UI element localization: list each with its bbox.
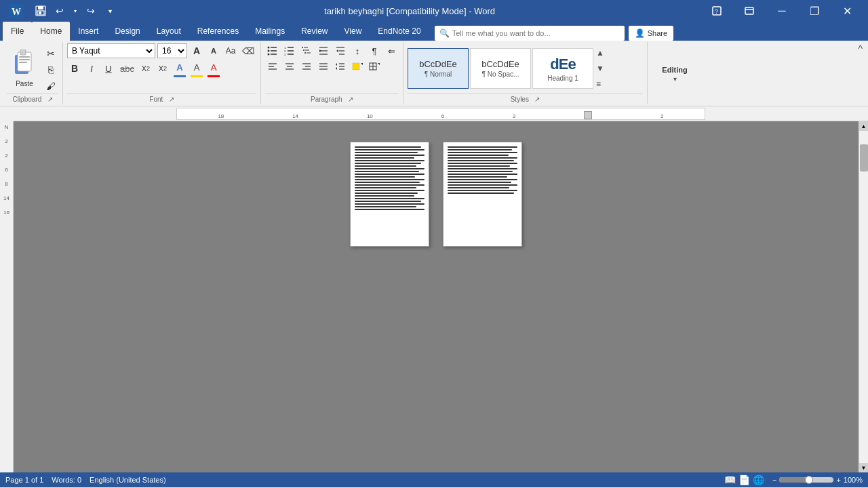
zoom-in-button[interactable]: + [836, 476, 840, 484]
grow-font-button[interactable]: A [189, 43, 204, 58]
style-no-spacing[interactable]: bCcDdEe ¶ No Spac... [470, 48, 531, 89]
styles-scroll-down[interactable]: ▼ [596, 64, 604, 73]
tab-design[interactable]: Design [106, 22, 148, 41]
tab-view[interactable]: View [336, 22, 370, 41]
ribbon-display-button[interactable] [734, 0, 765, 22]
svg-marker-41 [336, 49, 338, 52]
style-normal[interactable]: bCcDdEe ¶ Normal [408, 48, 469, 89]
align-left-button[interactable] [265, 60, 280, 75]
svg-text:3.: 3. [284, 53, 286, 56]
svg-point-20 [268, 54, 270, 56]
help-icon[interactable]: ? [701, 0, 732, 22]
view-mode-print[interactable]: 📄 [738, 474, 750, 485]
font-size-select[interactable]: 16 [157, 43, 187, 58]
align-center-button[interactable] [282, 60, 297, 75]
window-controls: ? ─ ❐ ✕ [701, 0, 863, 22]
ribbon-collapse-button[interactable]: ^ [858, 43, 863, 54]
borders-button[interactable] [367, 60, 382, 75]
strikethrough-button[interactable]: abc [118, 61, 136, 76]
undo-button[interactable]: ↩ [52, 3, 68, 19]
numbering-button[interactable]: 1.2.3. [282, 43, 297, 58]
vertical-scrollbar[interactable]: ▲ ▼ [859, 121, 868, 472]
zoom-handle[interactable] [805, 476, 813, 484]
styles-scroll-up[interactable]: ▲ [596, 48, 604, 58]
editing-label: Editing [654, 64, 695, 75]
view-mode-read[interactable]: 📖 [724, 474, 736, 485]
word-app-icon: W [5, 0, 27, 22]
subscript-button[interactable]: X2 [138, 61, 153, 76]
status-left: Page 1 of 1 Words: 0 English (United Sta… [5, 476, 166, 484]
styles-more-button[interactable]: ≡ [596, 79, 604, 89]
tab-home[interactable]: Home [32, 22, 70, 41]
line-spacing-button[interactable] [333, 60, 348, 75]
search-input[interactable] [452, 29, 620, 37]
close-button[interactable]: ✕ [831, 0, 863, 22]
justify-button[interactable] [316, 60, 331, 75]
clipboard-expand-icon[interactable]: ↗ [47, 96, 53, 103]
show-marks-button[interactable]: ¶ [367, 43, 382, 58]
font-controls: B Yaqut 16 A A Aa ⌫ B I U abc X2 X2 [67, 43, 256, 77]
redo-button[interactable]: ↪ [83, 3, 99, 19]
clear-formatting-button[interactable]: ⌫ [240, 43, 256, 58]
shrink-font-button[interactable]: A [206, 43, 221, 58]
bold-button[interactable]: B [67, 61, 82, 76]
font-name-select[interactable]: B Yaqut [67, 43, 155, 58]
style-heading1[interactable]: dEe Heading 1 [532, 48, 593, 89]
view-mode-web[interactable]: 🌐 [753, 474, 764, 485]
multilevel-button[interactable] [299, 43, 314, 58]
align-right-button[interactable] [299, 60, 314, 75]
format-painter-button[interactable]: 🖌 [43, 79, 58, 94]
undo-dropdown[interactable]: ▾ [71, 3, 80, 19]
cut-button[interactable]: ✂ [43, 46, 58, 61]
change-case-button[interactable]: Aa [223, 43, 238, 58]
paragraph-group: 1.2.3. ↕ ¶ ⇐ [261, 42, 403, 104]
paragraph-expand-icon[interactable]: ↗ [348, 96, 353, 103]
tab-review[interactable]: Review [293, 22, 336, 41]
zoom-slider[interactable] [779, 477, 833, 483]
editing-button[interactable]: Editing ▾ [652, 62, 698, 85]
sort-button[interactable]: ↕ [350, 43, 365, 58]
tab-references[interactable]: References [189, 22, 247, 41]
italic-button[interactable]: I [84, 61, 99, 76]
minimize-button[interactable]: ─ [766, 0, 797, 22]
restore-button[interactable]: ❐ [799, 0, 830, 22]
increase-indent-button[interactable] [333, 43, 348, 58]
copy-button[interactable]: ⎘ [43, 62, 58, 77]
font-color-button[interactable]: A [172, 60, 187, 75]
styles-expand-icon[interactable]: ↗ [534, 96, 540, 103]
rtl-button[interactable]: ⇐ [384, 43, 399, 58]
svg-rect-8 [745, 7, 753, 14]
horizontal-ruler: 18 14 10 6 2 2 [14, 108, 868, 120]
document-scroll-area[interactable] [14, 121, 859, 472]
save-button[interactable] [33, 3, 49, 19]
share-button[interactable]: 👤 Share [629, 26, 673, 41]
tab-file[interactable]: File [3, 22, 32, 41]
svg-rect-12 [20, 49, 26, 55]
tab-mailings[interactable]: Mailings [247, 22, 293, 41]
scroll-up-button[interactable]: ▲ [859, 121, 869, 131]
shading-button[interactable] [350, 60, 365, 75]
styles-label: Styles ↗ [408, 94, 643, 103]
paste-button[interactable]: Paste [7, 43, 42, 94]
ruler-tab-stop[interactable] [584, 111, 592, 119]
tab-layout[interactable]: Layout [149, 22, 189, 41]
superscript-button[interactable]: X2 [155, 61, 170, 76]
underline-button[interactable]: U [101, 61, 116, 76]
zoom-out-button[interactable]: − [772, 476, 776, 484]
page-info: Page 1 of 1 [5, 476, 43, 484]
bullets-button[interactable] [265, 43, 280, 58]
paragraph-label: Paragraph ↗ [265, 94, 399, 103]
svg-rect-14 [19, 59, 30, 60]
font-expand-icon[interactable]: ↗ [169, 96, 174, 103]
svg-point-18 [268, 50, 270, 52]
tab-insert[interactable]: Insert [70, 22, 106, 41]
scroll-down-button[interactable]: ▼ [859, 463, 869, 472]
customize-qat[interactable]: ▾ [102, 3, 118, 19]
highlight-button[interactable]: A [189, 60, 204, 75]
decrease-indent-button[interactable] [316, 43, 331, 58]
scroll-thumb[interactable] [860, 144, 868, 171]
text-color-button[interactable]: A [206, 60, 221, 75]
document-area: N 2 2 6 8 14 16 [0, 121, 868, 472]
text-color-container: A [206, 60, 221, 77]
tab-endnote[interactable]: EndNote 20 [370, 22, 429, 41]
